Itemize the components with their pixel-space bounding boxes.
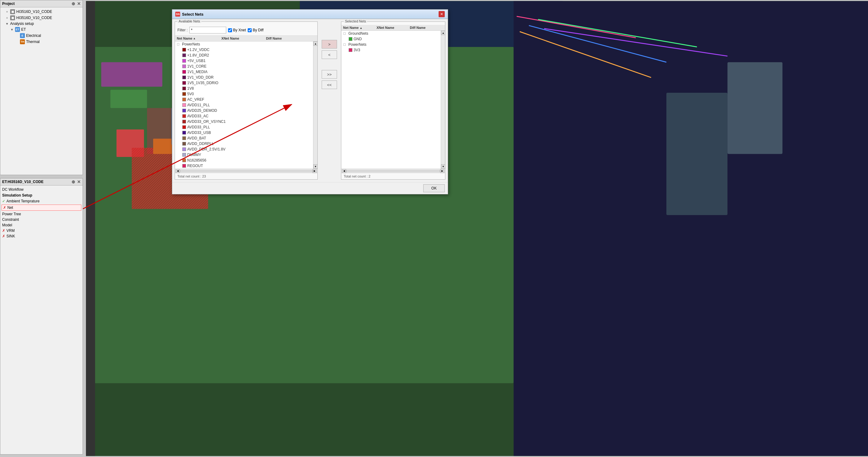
net-row-1V8[interactable]: 1V8 <box>175 86 313 91</box>
sel-powernets-group[interactable]: ☐ PowerNets <box>341 42 441 47</box>
tree-item-electrical[interactable]: E Electrical <box>0 33 83 39</box>
group-checkbox-powernets[interactable]: ☐ <box>177 43 180 46</box>
group-checkbox-groundnets[interactable]: ☐ <box>343 32 346 35</box>
by-xnet-checkbox-label[interactable]: By Xnet <box>228 28 246 32</box>
net-row-AVDD33-OR-VSYNC1[interactable]: AVDD33_OR_VSYNC1 <box>175 119 313 124</box>
by-xnet-checkbox[interactable] <box>228 28 232 32</box>
powernets-group[interactable]: ☐ PowerNets <box>175 41 313 47</box>
move-right-button[interactable]: > <box>322 40 337 49</box>
sel-vscroll-track <box>441 35 445 164</box>
net-row-AVDD25-DEMOD[interactable]: AVDD25_DEMOD <box>175 108 313 113</box>
net-swatch <box>182 48 186 52</box>
net-row-AVDD-BAT[interactable]: AVDD_BAT <box>175 136 313 141</box>
svg-rect-4 <box>111 90 147 108</box>
sel-nets-hscroll[interactable]: ◀ ▶ <box>341 169 445 173</box>
sel-group-checkbox[interactable]: ☐ <box>343 43 346 47</box>
hscroll-left[interactable]: ◀ <box>176 169 180 173</box>
avail-nets-vscroll[interactable]: ▲ ▼ <box>313 41 317 169</box>
sim-vrm[interactable]: ✗ VRM <box>0 228 83 233</box>
col-diff-name[interactable]: Diff Name <box>266 36 311 40</box>
expand-icon-6 <box>15 40 19 44</box>
net-swatch <box>182 125 186 129</box>
dialog-footer: OK <box>172 182 448 194</box>
net-row-1V1-CORE[interactable]: 1V1_CORE <box>175 63 313 69</box>
close-icon[interactable]: ✕ <box>77 1 81 6</box>
sim-ambient-temp[interactable]: ✓ Ambient Temprature <box>0 198 83 204</box>
filter-input[interactable] <box>189 27 226 33</box>
by-diff-checkbox[interactable] <box>248 28 252 32</box>
net-name-label: N16285656 <box>187 158 206 163</box>
sel-col-xnet-name[interactable]: XNet Name <box>377 26 410 29</box>
available-nets-list[interactable]: ☐ PowerNets +1.2V_VDDC+1.8V_DDR2+5V_USB1… <box>175 41 313 169</box>
selected-net-3v3[interactable]: 3V3 <box>341 47 441 53</box>
sim-net-item[interactable]: ✗ Net <box>2 204 81 211</box>
sim-power-tree[interactable]: Power Tree <box>0 211 83 217</box>
net-row-AVDD33-AC[interactable]: AVDD33_AC <box>175 113 313 119</box>
svg-rect-25 <box>86 1 95 456</box>
sim-constraint[interactable]: Constraint <box>0 217 83 222</box>
move-all-right-button[interactable]: >> <box>322 70 337 79</box>
net-row-DUMMY[interactable]: DUMMY <box>175 152 313 158</box>
net-name-label: 5V0 <box>187 92 194 96</box>
gnd-color-swatch <box>349 37 352 41</box>
net-swatch <box>182 92 186 96</box>
hscroll-right[interactable]: ▶ <box>312 169 317 173</box>
sim-sink[interactable]: ✗ SINK <box>0 233 83 239</box>
filter-row: Filter : By Xnet By Diff <box>175 25 317 36</box>
net-row-5V0[interactable]: 5V0 <box>175 91 313 97</box>
net-row-AVDD33-PLL[interactable]: AVDD33_PLL <box>175 124 313 130</box>
move-left-button[interactable]: < <box>322 50 337 59</box>
sel-hscroll-right[interactable]: ▶ <box>440 169 444 173</box>
selected-net-gnd[interactable]: GND <box>341 36 441 42</box>
net-row-AVDD33-USB[interactable]: AVDD33_USB <box>175 130 313 136</box>
transfer-buttons: > < >> << <box>320 22 339 180</box>
net-name-label: 1V1_CORE <box>187 64 207 68</box>
sel-hscroll-left[interactable]: ◀ <box>342 169 346 173</box>
by-diff-checkbox-label[interactable]: By Diff <box>248 28 264 32</box>
net-row-1V1-VDD-DDR[interactable]: 1V1_VDD_DDR <box>175 75 313 80</box>
avail-nets-hscroll[interactable]: ◀ ▶ <box>175 169 317 173</box>
net-swatch <box>182 120 186 123</box>
net-row-AC-VREF[interactable]: AC_VREF <box>175 97 313 102</box>
project-panel-title: Project <box>2 2 15 6</box>
selected-nets-container: ☐ GroundNets GND ☐ PowerNets 3V3 <box>341 31 445 169</box>
net-row-AVDD-DDRPLL[interactable]: AVDD_DDRPLL <box>175 141 313 146</box>
net-row-AVDD11-PLL[interactable]: AVDD11_PLL <box>175 102 313 108</box>
sel-col-diff-name[interactable]: Diff Name <box>410 26 443 29</box>
net-row-N16285656[interactable]: N16285656 <box>175 158 313 163</box>
sim-model[interactable]: Model <box>0 222 83 228</box>
selected-nets-list[interactable]: ☐ GroundNets GND ☐ PowerNets 3V3 <box>341 31 441 169</box>
sel-hscroll-track <box>346 170 440 172</box>
sel-vscroll-down[interactable]: ▼ <box>441 164 445 169</box>
available-nets-footer: Total net count : 23 <box>175 173 317 179</box>
net-row-1V5-1V35-DDRIO[interactable]: 1V5_1V35_DDRIO <box>175 80 313 86</box>
sel-vscroll-up[interactable]: ▲ <box>441 31 445 35</box>
ok-button[interactable]: OK <box>423 184 445 192</box>
tree-item-hi3516d-2[interactable]: + ▦ HI3516D_V10_CODE <box>0 15 83 21</box>
net-row--5V-USB1[interactable]: +5V_USB1 <box>175 58 313 63</box>
tree-label-electrical: Electrical <box>26 33 41 38</box>
vscroll-down[interactable]: ▼ <box>313 164 317 169</box>
tree-item-thermal[interactable]: TH Thermal <box>0 39 83 45</box>
sel-nets-vscroll[interactable]: ▲ ▼ <box>441 31 445 169</box>
net-row--1-8V-DDR2[interactable]: +1.8V_DDR2 <box>175 53 313 58</box>
powernets-label: PowerNets <box>182 42 200 47</box>
close-icon-sim[interactable]: ✕ <box>77 179 81 184</box>
pin-icon[interactable]: ⊕ <box>71 1 75 6</box>
move-all-left-button[interactable]: << <box>322 81 337 89</box>
tree-item-analysis-setup[interactable]: ▼ Analysis setup <box>0 21 83 26</box>
sel-col-net-name[interactable]: Net Name ▲ <box>343 26 377 29</box>
groundnets-group[interactable]: ☐ GroundNets <box>341 31 441 36</box>
col-xnet-name[interactable]: XNet Name <box>221 36 266 40</box>
net-row-AVDD-DDR-2-5V-1-8V[interactable]: AVDD_DDR_2.5V/1.8V <box>175 146 313 152</box>
net-row-1V1-MEDIA[interactable]: 1V1_MEDIA <box>175 69 313 75</box>
pin-icon-sim[interactable]: ⊕ <box>71 179 75 184</box>
col-net-name[interactable]: Net Name ▲ <box>177 36 221 40</box>
tree-item-hi3516d-1[interactable]: + ▦ HI3516D_V10_CODE <box>0 8 83 15</box>
expand-icon-1: + <box>5 10 9 13</box>
vscroll-up[interactable]: ▲ <box>313 41 317 46</box>
dialog-close-button[interactable]: ✕ <box>439 11 445 17</box>
tree-item-et[interactable]: ▼ ET ET <box>0 26 83 33</box>
net-row--1-2V-VDDC[interactable]: +1.2V_VDDC <box>175 47 313 53</box>
net-row-REGOUT[interactable]: REGOUT <box>175 163 313 169</box>
